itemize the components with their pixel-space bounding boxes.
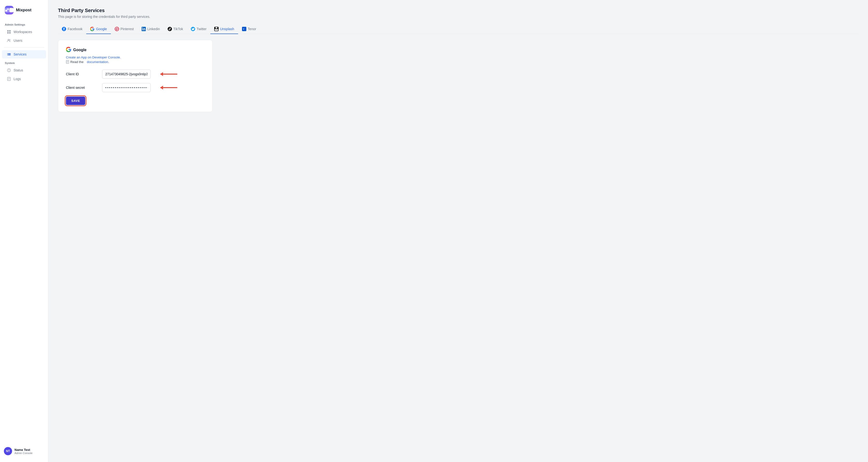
sidebar: Mixpost Admin Settings Workspaces Users (0, 0, 48, 462)
pinterest-icon (115, 27, 119, 31)
tab-unsplash-label: Unsplash (220, 27, 234, 31)
user-name: Name Test (14, 448, 33, 452)
app-name: Mixpost (16, 8, 31, 12)
svg-point-8 (9, 39, 10, 40)
card-header: Google (66, 47, 205, 53)
logs-label: Logs (13, 77, 21, 81)
linkedin-icon (142, 27, 146, 31)
sidebar-divider (4, 47, 44, 47)
svg-rect-2 (7, 8, 9, 10)
tab-tenor[interactable]: T Tenor (238, 24, 260, 34)
tenor-icon: T (242, 27, 246, 31)
system-label: System (0, 59, 48, 66)
facebook-icon (62, 27, 66, 31)
client-id-label: Client ID (66, 72, 97, 76)
tab-facebook[interactable]: Facebook (58, 24, 86, 34)
tab-google-label: Google (96, 27, 107, 31)
client-id-row: Client ID (66, 69, 205, 79)
main-content: Third Party Services This page is for st… (48, 0, 868, 462)
svg-rect-23 (142, 29, 143, 30)
client-id-input[interactable] (102, 69, 151, 79)
tab-tiktok-label: TikTok (174, 27, 183, 31)
svg-point-11 (8, 54, 8, 54)
users-label: Users (13, 39, 23, 42)
tab-tiktok[interactable]: TikTok (164, 24, 187, 34)
app-logo-icon (5, 6, 13, 14)
tab-facebook-label: Facebook (68, 27, 82, 31)
create-app-link[interactable]: Create an App on Developer Console. (66, 56, 205, 59)
tab-tenor-label: Tenor (248, 27, 256, 31)
google-logo-icon (66, 47, 71, 53)
tab-linkedin[interactable]: Linkedin (138, 24, 164, 34)
tab-unsplash[interactable]: Unsplash (210, 24, 238, 34)
svg-point-7 (8, 39, 9, 40)
sidebar-item-workspaces[interactable]: Workspaces (2, 28, 46, 36)
tab-twitter-label: Twitter (196, 27, 207, 31)
svg-text:T: T (243, 28, 244, 30)
client-secret-row: Client secret (66, 83, 205, 92)
svg-rect-4 (9, 30, 11, 32)
page-title: Third Party Services (58, 8, 858, 13)
user-role: Admin Console (14, 452, 33, 455)
user-area: NT Name Test Admin Console (0, 444, 48, 458)
google-icon (90, 27, 94, 31)
svg-point-12 (8, 55, 8, 55)
avatar: NT (4, 447, 12, 455)
users-icon (7, 38, 11, 43)
card-service-name: Google (73, 48, 87, 52)
svg-rect-6 (9, 32, 11, 34)
tiktok-icon (167, 27, 172, 31)
svg-point-15 (9, 71, 9, 71)
services-icon (7, 52, 11, 57)
status-icon (7, 68, 11, 72)
sidebar-item-services[interactable]: Services (2, 50, 46, 58)
page-subtitle: This page is for storing the credentials… (58, 15, 858, 19)
workspaces-label: Workspaces (13, 30, 32, 34)
client-secret-input[interactable] (102, 83, 151, 92)
client-id-arrow (160, 74, 177, 74)
doc-prefix: Read the (70, 60, 84, 64)
sidebar-item-users[interactable]: Users (2, 36, 46, 45)
sidebar-item-status[interactable]: Status (2, 66, 46, 74)
sidebar-item-logs[interactable]: Logs (2, 75, 46, 83)
logo-area: Mixpost (0, 4, 48, 20)
status-label: Status (13, 68, 23, 72)
unsplash-icon (214, 27, 219, 31)
doc-icon (66, 60, 69, 64)
twitter-icon (191, 27, 195, 31)
svg-rect-3 (7, 30, 9, 32)
card-doc-link: Read the documentation. (66, 60, 205, 64)
svg-rect-1 (5, 10, 7, 11)
svg-rect-29 (215, 29, 218, 31)
logs-icon (7, 77, 11, 81)
svg-point-24 (142, 28, 143, 28)
service-tabs: Facebook Google Pinterest (58, 24, 858, 34)
user-info: Name Test Admin Console (14, 448, 33, 455)
doc-link[interactable]: documentation. (87, 60, 109, 64)
admin-settings-label: Admin Settings (0, 20, 48, 28)
workspaces-icon (7, 30, 11, 34)
client-secret-label: Client secret (66, 86, 97, 90)
svg-rect-5 (7, 32, 9, 34)
services-label: Services (13, 53, 27, 56)
tab-twitter[interactable]: Twitter (187, 24, 210, 34)
save-button-row: SAVE (66, 97, 205, 105)
tab-linkedin-label: Linkedin (147, 27, 160, 31)
service-card: Google Create an App on Developer Consol… (58, 40, 213, 112)
save-button[interactable]: SAVE (66, 97, 85, 105)
tab-pinterest-label: Pinterest (121, 27, 134, 31)
client-secret-arrow (160, 87, 177, 88)
tab-pinterest[interactable]: Pinterest (111, 24, 138, 34)
tab-google[interactable]: Google (86, 24, 111, 34)
svg-rect-28 (215, 27, 217, 29)
